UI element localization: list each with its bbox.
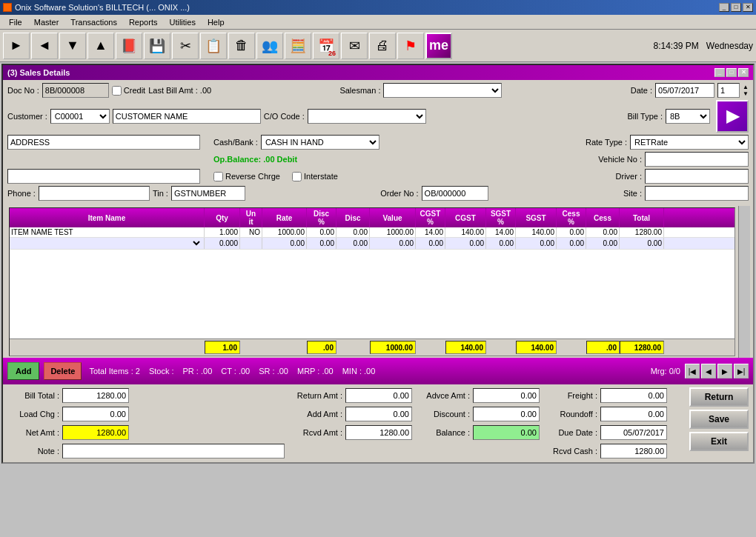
- down-button[interactable]: ▼: [59, 33, 86, 59]
- td-sgst-2: 0.00: [516, 238, 557, 249]
- td-rate-1: 1000.00: [262, 227, 307, 237]
- td-sgst-pct-2: 0.00: [486, 238, 516, 249]
- table-wrapper: Item Name Qty Unit Rate Disc% Disc Value…: [6, 206, 750, 358]
- maximize-button[interactable]: □: [731, 3, 741, 12]
- save-toolbar-button[interactable]: 💾: [144, 33, 170, 59]
- bottom-col-3: Advce Amt : Discount : Balance :: [418, 387, 540, 459]
- delete-button[interactable]: Delete: [44, 362, 82, 380]
- item-select[interactable]: [11, 239, 202, 248]
- minimize-button[interactable]: _: [719, 3, 729, 12]
- add-button[interactable]: Add: [7, 362, 39, 380]
- menu-utilities[interactable]: Utilities: [163, 17, 201, 27]
- table-scrollbar[interactable]: [738, 206, 750, 358]
- menu-master[interactable]: Master: [28, 17, 65, 27]
- discount-label: Discount :: [418, 410, 470, 418]
- cash-bank-select[interactable]: CASH IN HAND: [261, 135, 379, 150]
- action-buttons: Return Save Exit: [689, 387, 749, 459]
- menu-file[interactable]: File: [3, 17, 28, 27]
- td-item-name-2[interactable]: [10, 238, 205, 249]
- print-button[interactable]: 🖨: [369, 33, 396, 59]
- customer-id-select[interactable]: C00001: [50, 109, 110, 124]
- interstate-checkbox[interactable]: [292, 172, 302, 181]
- table-edit-row[interactable]: 0.000 0.00 0.00 0.00 0.00 0.00 0.00 0.00…: [10, 238, 735, 250]
- advce-amt-label: Advce Amt :: [418, 391, 470, 400]
- sr-label: SR : .00: [259, 367, 288, 376]
- discount-input[interactable]: [473, 407, 540, 421]
- site-input[interactable]: [645, 186, 749, 201]
- td-item-name-1: ITEM NAME TEST: [10, 227, 205, 237]
- menu-help[interactable]: Help: [202, 17, 231, 27]
- load-chg-input[interactable]: [62, 407, 129, 421]
- bill-total-input[interactable]: [62, 388, 129, 403]
- salesman-select[interactable]: [383, 83, 502, 98]
- win-maximize[interactable]: □: [726, 68, 737, 77]
- back-button[interactable]: ►: [3, 33, 30, 59]
- add-amt-input[interactable]: [345, 407, 412, 421]
- total-cgst: 140.00: [445, 341, 486, 354]
- due-date-input[interactable]: [600, 425, 667, 440]
- up-button[interactable]: ▲: [87, 33, 114, 59]
- freight-input[interactable]: [600, 388, 667, 403]
- rcvd-amt-input[interactable]: [345, 425, 412, 440]
- win-minimize[interactable]: _: [714, 68, 725, 77]
- note-label: Note :: [7, 447, 59, 456]
- driver-input[interactable]: [645, 169, 749, 184]
- win-close[interactable]: ✕: [738, 68, 749, 77]
- phone-input[interactable]: [39, 186, 150, 201]
- th-sgst-pct: SGST%: [486, 208, 516, 227]
- tin-label: Tin :: [153, 189, 168, 198]
- date-input[interactable]: [655, 83, 714, 98]
- rate-type-select[interactable]: RETRate: [630, 135, 749, 150]
- order-no-input[interactable]: [422, 186, 488, 201]
- forward-button[interactable]: ◄: [31, 33, 58, 59]
- bottom-col-4: Freight : Roundoff : Due Date : Rcvd Cas…: [546, 387, 667, 459]
- nav-last[interactable]: ▶|: [734, 364, 749, 378]
- add-amt-label: Add Amt :: [291, 410, 342, 418]
- menu-reports[interactable]: Reports: [123, 17, 164, 27]
- vehicle-no-input[interactable]: [645, 152, 749, 167]
- roundoff-input[interactable]: [600, 407, 667, 421]
- tin-input[interactable]: [171, 186, 245, 201]
- td-cgst-1: 140.00: [445, 227, 486, 237]
- menu-transactions[interactable]: Transactions: [64, 17, 123, 27]
- credit-checkbox[interactable]: [112, 86, 122, 96]
- td-disc-pct-2: 0.00: [307, 238, 336, 249]
- mail-button[interactable]: ✉: [341, 33, 368, 59]
- advce-amt-input[interactable]: [473, 388, 540, 403]
- users-button[interactable]: 👥: [256, 33, 283, 59]
- exit-button[interactable]: Exit: [689, 432, 749, 451]
- rcvd-amt-label: Rcvd Amt :: [291, 428, 342, 437]
- scissors-button[interactable]: ✂: [172, 33, 199, 59]
- delete-toolbar-button[interactable]: 🗑: [228, 33, 255, 59]
- td-qty-2: 0.000: [205, 238, 240, 249]
- book-icon-button[interactable]: 📕: [116, 33, 142, 59]
- reverse-chrg-checkbox[interactable]: [213, 172, 223, 181]
- return-amt-input[interactable]: [345, 388, 412, 403]
- note-input[interactable]: [62, 444, 285, 458]
- doc-no-input[interactable]: [42, 83, 109, 98]
- company-logo: ▶: [716, 100, 749, 133]
- nav-first[interactable]: |◀: [685, 364, 700, 378]
- logo-button[interactable]: me: [425, 33, 452, 59]
- balance-input[interactable]: [473, 425, 540, 440]
- net-amt-input[interactable]: [62, 425, 129, 440]
- address-input[interactable]: [7, 135, 200, 150]
- calc-button[interactable]: 🧮: [285, 33, 311, 59]
- rcvd-cash-input[interactable]: [600, 444, 667, 458]
- date-num-input[interactable]: [717, 83, 740, 98]
- co-code-select[interactable]: [308, 109, 426, 124]
- table-row[interactable]: ITEM NAME TEST 1.000 NO 1000.00 0.00 0.0…: [10, 227, 735, 238]
- address2-input[interactable]: [7, 169, 200, 184]
- nav-prev[interactable]: ◀: [701, 364, 716, 378]
- paste-button[interactable]: 📋: [200, 33, 227, 59]
- return-button[interactable]: Return: [689, 387, 749, 407]
- nav-next[interactable]: ▶: [717, 364, 732, 378]
- close-button[interactable]: ✕: [743, 3, 753, 12]
- flag-button[interactable]: ⚑: [397, 33, 424, 59]
- bottom-col-2: Return Amt : Add Amt : Rcvd Amt :: [291, 387, 412, 459]
- customer-name-input[interactable]: [113, 109, 261, 124]
- save-button[interactable]: Save: [689, 410, 749, 429]
- calendar-button[interactable]: 📅 26: [313, 33, 339, 59]
- net-amt-label: Net Amt :: [7, 428, 59, 437]
- bill-type-select[interactable]: 8B: [666, 109, 710, 124]
